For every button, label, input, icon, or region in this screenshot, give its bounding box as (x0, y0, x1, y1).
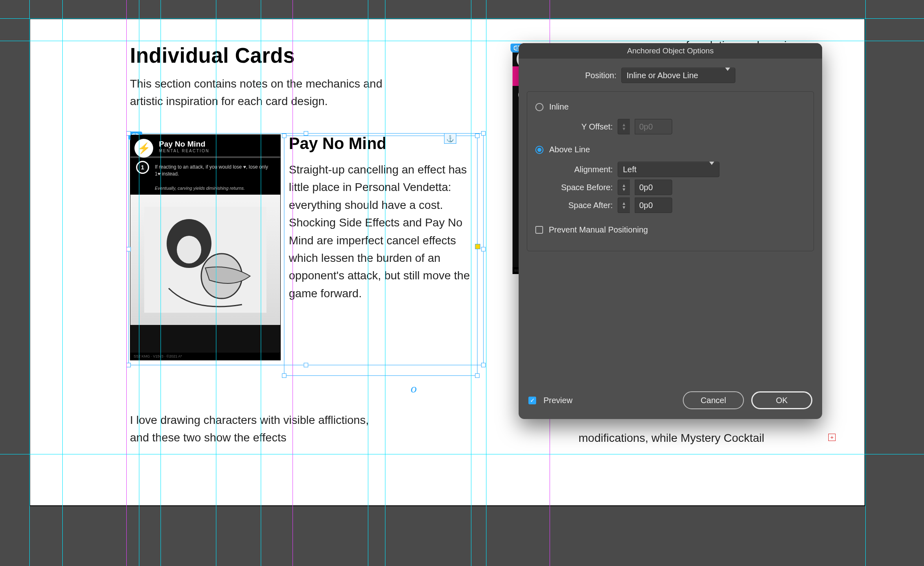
chevron-down-icon (706, 165, 714, 174)
above-line-radio-row[interactable]: Above Line (535, 145, 805, 154)
card-footer: SS2 KMG · V15v3 · ©2021 A* (130, 353, 280, 360)
above-line-radio-label: Above Line (549, 145, 590, 154)
prevent-manual-label: Prevent Manual Positioning (549, 225, 648, 235)
body-paragraph: modifications, while Mystery Cocktail (579, 432, 815, 445)
chevron-down-icon (722, 71, 730, 80)
card-flavor: Eventually, carving yields diminishing r… (130, 183, 280, 195)
reference-point[interactable] (475, 244, 480, 249)
space-after-field[interactable]: 0p0 (635, 197, 672, 213)
side-text-frame[interactable]: Pay No Mind Straight-up cancelling an ef… (289, 134, 474, 360)
resize-handle[interactable] (126, 363, 131, 367)
space-before-stepper[interactable]: ▲▼ (618, 180, 630, 195)
side-body: Straight-up cancelling an effect has lit… (289, 161, 474, 302)
alignment-label: Alignment: (539, 165, 613, 174)
card-cost: 1 (136, 161, 149, 174)
resize-handle[interactable] (475, 134, 480, 138)
anchored-object-options-dialog[interactable]: Anchored Object Options Position: Inline… (519, 43, 822, 419)
svg-point-2 (177, 236, 201, 263)
prevent-manual-row[interactable]: Prevent Manual Positioning (535, 225, 805, 235)
position-label: Position: (543, 71, 616, 80)
y-offset-stepper: ▲▼ (618, 119, 630, 134)
intro-paragraph: This section contains notes on the mecha… (130, 75, 391, 110)
position-dropdown-value: Inline or Above Line (627, 71, 698, 80)
alignment-dropdown[interactable]: Left (618, 162, 719, 177)
y-offset-label: Y Offset: (539, 122, 613, 132)
space-before-label: Space Before: (539, 183, 613, 192)
card-subtitle: MENTAL REACTION (159, 149, 274, 153)
space-after-stepper[interactable]: ▲▼ (618, 197, 630, 213)
position-dropdown[interactable]: Inline or Above Line (621, 68, 735, 83)
preview-label: Preview (543, 396, 572, 405)
resize-handle[interactable] (481, 363, 486, 367)
story-text-frame[interactable]: Individual Cards This section contains n… (130, 44, 419, 110)
card-image-frame[interactable]: ⚡ Pay No Mind MENTAL REACTION 1 If react… (130, 134, 281, 360)
card-title: Pay No Mind (159, 140, 274, 149)
ok-button[interactable]: OK (751, 391, 812, 409)
story-cursor-marker: o (411, 382, 417, 395)
dialog-title: Anchored Object Options (519, 43, 822, 59)
card-art-placeholder (130, 195, 280, 325)
cancel-button[interactable]: Cancel (683, 391, 744, 409)
above-line-radio[interactable] (535, 146, 543, 154)
space-before-field[interactable]: 0p0 (635, 180, 672, 195)
overset-text-indicator[interactable]: + (828, 434, 836, 441)
anchor-marker-icon[interactable]: ⚓ (444, 133, 456, 144)
space-after-label: Space After: (539, 201, 613, 210)
resize-handle[interactable] (481, 131, 486, 136)
prevent-manual-checkbox[interactable] (535, 226, 543, 234)
position-options-group: Inline Y Offset: ▲▼ 0p0 Above Line Align… (527, 91, 814, 251)
alignment-dropdown-value: Left (623, 165, 636, 174)
ruler-guide-vertical (865, 0, 866, 566)
y-offset-field: 0p0 (635, 119, 672, 134)
inline-radio-label: Inline (549, 102, 569, 112)
resize-handle[interactable] (481, 247, 486, 252)
inline-radio-row[interactable]: Inline (535, 102, 805, 112)
anchored-group[interactable]: ⚡ Pay No Mind MENTAL REACTION 1 If react… (130, 134, 474, 360)
resize-handle[interactable] (475, 373, 480, 378)
card-rules: If reacting to an attack, if you would l… (130, 158, 280, 183)
heading: Individual Cards (130, 44, 419, 68)
resize-handle[interactable] (304, 363, 308, 367)
inline-radio[interactable] (535, 103, 543, 111)
preview-checkbox[interactable]: ✓ (528, 397, 536, 404)
body-paragraph: I love drawing characters with visible a… (130, 411, 383, 447)
resize-handle[interactable] (282, 373, 286, 378)
